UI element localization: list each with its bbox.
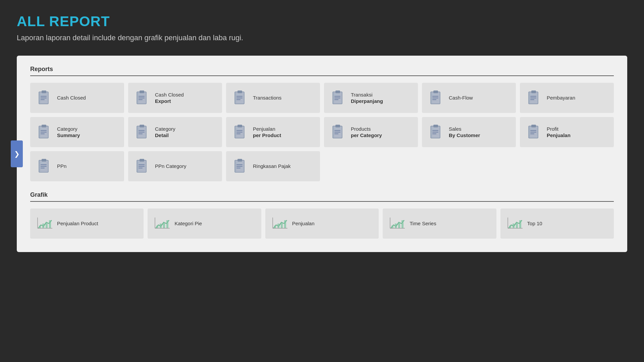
svg-rect-13 xyxy=(137,93,138,103)
card-category-detail[interactable]: Category Detail xyxy=(128,117,222,147)
grafik-section-title: Grafik xyxy=(30,191,614,198)
svg-rect-102 xyxy=(236,168,240,169)
top-10-icon xyxy=(506,216,523,232)
main-panel: ❯ Reports Cash Closed Cash Closed Export… xyxy=(17,56,627,252)
svg-rect-41 xyxy=(529,93,530,103)
svg-rect-119 xyxy=(281,222,283,228)
svg-rect-12 xyxy=(139,94,141,95)
svg-rect-114 xyxy=(166,220,168,228)
svg-rect-44 xyxy=(41,130,47,131)
kategori-pie-icon xyxy=(154,216,170,232)
svg-rect-2 xyxy=(41,96,47,97)
svg-rect-94 xyxy=(139,166,145,167)
svg-rect-16 xyxy=(236,96,243,97)
svg-rect-64 xyxy=(335,125,340,127)
products-per-category-label: Products per Category xyxy=(351,126,382,139)
card-pembayaran[interactable]: Pembayaran xyxy=(520,83,614,113)
svg-rect-66 xyxy=(334,132,340,133)
svg-rect-132 xyxy=(519,220,521,228)
svg-rect-81 xyxy=(530,133,534,134)
svg-rect-112 xyxy=(160,224,162,228)
svg-rect-96 xyxy=(139,163,141,164)
ringkasan-pajak-icon xyxy=(232,158,248,174)
reports-row-2: Category Summary Category Detail Penjual… xyxy=(30,117,614,147)
ppn-icon xyxy=(36,158,52,174)
svg-rect-46 xyxy=(41,133,45,134)
card-penjualan-per-product[interactable]: Penjualan per Product xyxy=(226,117,320,147)
card-ppn[interactable]: PPn xyxy=(30,151,124,181)
svg-rect-11 xyxy=(139,99,143,100)
svg-rect-53 xyxy=(139,133,143,134)
card-penjualan[interactable]: Penjualan xyxy=(265,208,379,239)
transaksi-diperpanjang-label: Transaksi Diperpanjang xyxy=(351,92,383,105)
card-time-series[interactable]: Time Series xyxy=(383,208,496,239)
svg-rect-108 xyxy=(49,220,51,228)
time-series-icon xyxy=(389,216,405,232)
grafik-grid: Penjualan Product Kategori Pie Penjualan… xyxy=(30,208,614,239)
svg-rect-80 xyxy=(530,132,536,133)
transaksi-diperpanjang-icon xyxy=(330,90,346,106)
svg-rect-23 xyxy=(334,96,340,97)
card-sales-by-customer[interactable]: Sales By Customer xyxy=(422,117,516,147)
cash-closed-label: Cash Closed xyxy=(57,95,86,101)
svg-rect-30 xyxy=(432,96,438,97)
page-title: ALL REPORT xyxy=(17,13,627,29)
svg-rect-36 xyxy=(531,90,536,93)
svg-rect-126 xyxy=(401,220,404,228)
svg-rect-47 xyxy=(41,128,43,129)
svg-rect-48 xyxy=(39,127,40,137)
svg-rect-61 xyxy=(236,128,239,129)
svg-rect-88 xyxy=(41,168,45,169)
card-category-summary[interactable]: Category Summary xyxy=(30,117,124,147)
svg-rect-106 xyxy=(42,224,44,228)
card-top-10[interactable]: Top 10 xyxy=(500,208,614,239)
kategori-pie-label: Kategori Pie xyxy=(174,220,202,227)
svg-rect-27 xyxy=(333,93,334,103)
card-ppn-category[interactable]: PPn Category xyxy=(128,151,222,181)
svg-rect-99 xyxy=(237,159,242,162)
svg-rect-72 xyxy=(432,130,438,131)
svg-rect-111 xyxy=(156,226,158,228)
svg-rect-20 xyxy=(235,93,236,103)
svg-rect-117 xyxy=(274,226,276,228)
svg-rect-100 xyxy=(236,164,243,165)
card-profit-penjualan[interactable]: Profit Penjualan xyxy=(520,117,614,147)
card-cash-closed[interactable]: Cash Closed xyxy=(30,83,124,113)
svg-rect-37 xyxy=(530,96,536,97)
side-chevron-button[interactable]: ❯ xyxy=(11,140,23,167)
svg-rect-92 xyxy=(140,159,144,162)
card-transactions[interactable]: Transactions xyxy=(226,83,320,113)
svg-rect-95 xyxy=(139,168,143,169)
svg-rect-67 xyxy=(334,133,338,134)
svg-rect-57 xyxy=(237,125,242,127)
svg-rect-33 xyxy=(432,94,435,95)
svg-rect-87 xyxy=(41,166,47,167)
card-penjualan-product[interactable]: Penjualan Product xyxy=(30,208,144,239)
svg-rect-74 xyxy=(432,133,436,134)
card-cash-closed-export[interactable]: Cash Closed Export xyxy=(128,83,222,113)
reports-row-1: Cash Closed Cash Closed Export Transacti… xyxy=(30,83,614,113)
svg-rect-26 xyxy=(334,94,337,95)
cash-closed-export-label: Cash Closed Export xyxy=(155,92,184,105)
svg-rect-51 xyxy=(139,130,145,131)
svg-rect-89 xyxy=(41,163,43,164)
ringkasan-pajak-label: Ringkasan Pajak xyxy=(253,163,291,170)
category-summary-label: Category Summary xyxy=(57,126,80,139)
card-cash-flow[interactable]: Cash-Flow xyxy=(422,83,516,113)
svg-rect-62 xyxy=(235,127,236,137)
svg-rect-85 xyxy=(42,159,46,162)
card-transaksi-diperpanjang[interactable]: Transaksi Diperpanjang xyxy=(324,83,418,113)
svg-rect-78 xyxy=(531,125,536,127)
category-summary-icon xyxy=(36,124,52,140)
svg-rect-71 xyxy=(433,125,438,127)
svg-rect-129 xyxy=(509,226,511,228)
card-ringkasan-pajak[interactable]: Ringkasan Pajak xyxy=(226,151,320,181)
card-products-per-category[interactable]: Products per Category xyxy=(324,117,418,147)
svg-rect-40 xyxy=(530,94,533,95)
card-kategori-pie[interactable]: Kategori Pie xyxy=(148,208,261,239)
ppn-category-label: PPn Category xyxy=(155,163,186,170)
svg-rect-101 xyxy=(236,166,243,167)
svg-rect-60 xyxy=(236,133,240,134)
products-per-category-icon xyxy=(330,124,346,140)
svg-rect-52 xyxy=(139,132,145,133)
